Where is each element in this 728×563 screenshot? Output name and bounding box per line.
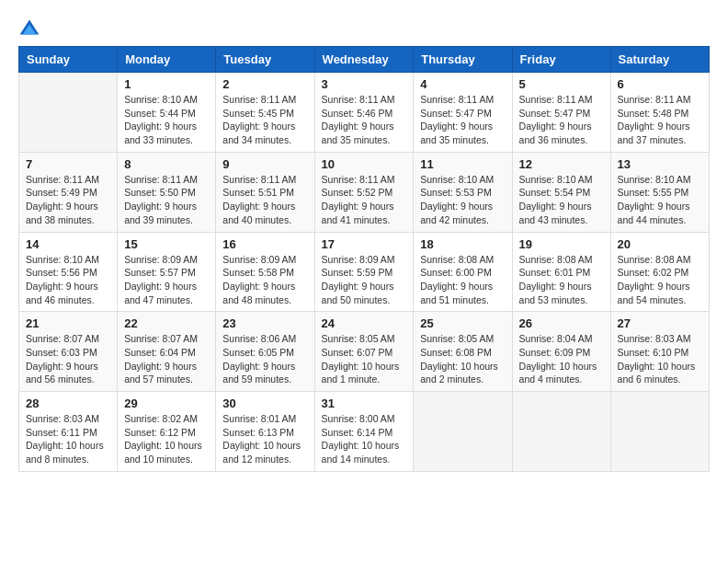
- day-info: Sunrise: 8:10 AMSunset: 5:56 PMDaylight:…: [26, 253, 110, 307]
- day-number: 18: [420, 237, 505, 251]
- calendar-cell: 6Sunrise: 8:11 AMSunset: 5:48 PMDaylight…: [610, 73, 709, 153]
- day-info: Sunrise: 8:08 AMSunset: 6:00 PMDaylight:…: [420, 253, 505, 307]
- day-number: 3: [322, 77, 407, 91]
- calendar-cell: 19Sunrise: 8:08 AMSunset: 6:01 PMDayligh…: [512, 232, 610, 312]
- calendar-cell: 7Sunrise: 8:11 AMSunset: 5:49 PMDaylight…: [19, 152, 118, 232]
- day-of-week-header: Wednesday: [314, 47, 414, 73]
- logo-icon: [18, 18, 40, 37]
- calendar-cell: 4Sunrise: 8:11 AMSunset: 5:47 PMDaylight…: [414, 73, 512, 153]
- calendar-cell: 12Sunrise: 8:10 AMSunset: 5:54 PMDayligh…: [512, 152, 610, 232]
- calendar-cell: 8Sunrise: 8:11 AMSunset: 5:50 PMDaylight…: [118, 152, 216, 232]
- day-number: 4: [420, 77, 505, 91]
- calendar-cell: 2Sunrise: 8:11 AMSunset: 5:45 PMDaylight…: [216, 73, 314, 153]
- day-number: 30: [222, 396, 307, 410]
- calendar-cell: 21Sunrise: 8:07 AMSunset: 6:03 PMDayligh…: [19, 312, 118, 392]
- day-info: Sunrise: 8:05 AMSunset: 6:07 PMDaylight:…: [322, 332, 407, 386]
- day-info: Sunrise: 8:11 AMSunset: 5:48 PMDaylight:…: [618, 93, 702, 147]
- day-info: Sunrise: 8:04 AMSunset: 6:09 PMDaylight:…: [519, 332, 604, 386]
- day-info: Sunrise: 8:11 AMSunset: 5:46 PMDaylight:…: [322, 93, 407, 147]
- day-info: Sunrise: 8:11 AMSunset: 5:45 PMDaylight:…: [222, 93, 307, 147]
- day-of-week-header: Saturday: [610, 47, 709, 73]
- day-info: Sunrise: 8:02 AMSunset: 6:12 PMDaylight:…: [124, 412, 209, 466]
- day-info: Sunrise: 8:11 AMSunset: 5:51 PMDaylight:…: [222, 173, 307, 227]
- day-info: Sunrise: 8:08 AMSunset: 6:01 PMDaylight:…: [519, 253, 604, 307]
- calendar-cell: 31Sunrise: 8:00 AMSunset: 6:14 PMDayligh…: [314, 392, 414, 472]
- calendar-cell: 11Sunrise: 8:10 AMSunset: 5:53 PMDayligh…: [414, 152, 512, 232]
- day-number: 1: [124, 77, 209, 91]
- day-number: 6: [618, 77, 702, 91]
- logo: [18, 18, 44, 37]
- day-number: 5: [519, 77, 604, 91]
- calendar-cell: 25Sunrise: 8:05 AMSunset: 6:08 PMDayligh…: [414, 312, 512, 392]
- calendar-week-row: 7Sunrise: 8:11 AMSunset: 5:49 PMDaylight…: [19, 152, 710, 232]
- day-info: Sunrise: 8:00 AMSunset: 6:14 PMDaylight:…: [322, 412, 407, 466]
- day-info: Sunrise: 8:08 AMSunset: 6:02 PMDaylight:…: [618, 253, 702, 307]
- day-of-week-header: Sunday: [19, 47, 118, 73]
- day-of-week-header: Tuesday: [216, 47, 314, 73]
- calendar-header-row: SundayMondayTuesdayWednesdayThursdayFrid…: [19, 47, 710, 73]
- day-info: Sunrise: 8:11 AMSunset: 5:49 PMDaylight:…: [26, 173, 110, 227]
- calendar-week-row: 1Sunrise: 8:10 AMSunset: 5:44 PMDaylight…: [19, 73, 710, 153]
- day-number: 20: [618, 237, 702, 251]
- calendar-cell: 26Sunrise: 8:04 AMSunset: 6:09 PMDayligh…: [512, 312, 610, 392]
- day-number: 2: [222, 77, 307, 91]
- day-info: Sunrise: 8:11 AMSunset: 5:50 PMDaylight:…: [124, 173, 209, 227]
- calendar-cell: 24Sunrise: 8:05 AMSunset: 6:07 PMDayligh…: [314, 312, 414, 392]
- day-info: Sunrise: 8:07 AMSunset: 6:03 PMDaylight:…: [26, 332, 110, 386]
- day-info: Sunrise: 8:05 AMSunset: 6:08 PMDaylight:…: [420, 332, 505, 386]
- calendar-week-row: 21Sunrise: 8:07 AMSunset: 6:03 PMDayligh…: [19, 312, 710, 392]
- calendar-cell: 17Sunrise: 8:09 AMSunset: 5:59 PMDayligh…: [314, 232, 414, 312]
- day-info: Sunrise: 8:11 AMSunset: 5:47 PMDaylight:…: [519, 93, 604, 147]
- day-number: 17: [322, 237, 407, 251]
- day-info: Sunrise: 8:10 AMSunset: 5:44 PMDaylight:…: [124, 93, 209, 147]
- day-info: Sunrise: 8:10 AMSunset: 5:55 PMDaylight:…: [618, 173, 702, 227]
- day-number: 12: [519, 157, 604, 171]
- day-info: Sunrise: 8:11 AMSunset: 5:52 PMDaylight:…: [322, 173, 407, 227]
- calendar-cell: 29Sunrise: 8:02 AMSunset: 6:12 PMDayligh…: [118, 392, 216, 472]
- calendar-cell: [512, 392, 610, 472]
- day-number: 16: [222, 237, 307, 251]
- day-of-week-header: Thursday: [414, 47, 512, 73]
- calendar-cell: 22Sunrise: 8:07 AMSunset: 6:04 PMDayligh…: [118, 312, 216, 392]
- calendar-cell: 9Sunrise: 8:11 AMSunset: 5:51 PMDaylight…: [216, 152, 314, 232]
- day-number: 15: [124, 237, 209, 251]
- calendar-cell: 13Sunrise: 8:10 AMSunset: 5:55 PMDayligh…: [610, 152, 709, 232]
- calendar-cell: 10Sunrise: 8:11 AMSunset: 5:52 PMDayligh…: [314, 152, 414, 232]
- page-header: [18, 18, 710, 37]
- calendar-body: 1Sunrise: 8:10 AMSunset: 5:44 PMDaylight…: [19, 73, 710, 472]
- day-info: Sunrise: 8:09 AMSunset: 5:58 PMDaylight:…: [222, 253, 307, 307]
- day-number: 25: [420, 316, 505, 330]
- day-of-week-header: Friday: [512, 47, 610, 73]
- calendar-cell: 3Sunrise: 8:11 AMSunset: 5:46 PMDaylight…: [314, 73, 414, 153]
- day-number: 14: [26, 237, 110, 251]
- calendar-week-row: 28Sunrise: 8:03 AMSunset: 6:11 PMDayligh…: [19, 392, 710, 472]
- day-number: 10: [322, 157, 407, 171]
- day-number: 26: [519, 316, 604, 330]
- calendar-cell: 16Sunrise: 8:09 AMSunset: 5:58 PMDayligh…: [216, 232, 314, 312]
- day-info: Sunrise: 8:06 AMSunset: 6:05 PMDaylight:…: [222, 332, 307, 386]
- day-info: Sunrise: 8:11 AMSunset: 5:47 PMDaylight:…: [420, 93, 505, 147]
- day-of-week-header: Monday: [118, 47, 216, 73]
- day-number: 27: [618, 316, 702, 330]
- calendar-cell: [19, 73, 118, 153]
- day-number: 23: [222, 316, 307, 330]
- day-number: 31: [322, 396, 407, 410]
- day-info: Sunrise: 8:10 AMSunset: 5:53 PMDaylight:…: [420, 173, 505, 227]
- day-number: 7: [26, 157, 110, 171]
- calendar-cell: 23Sunrise: 8:06 AMSunset: 6:05 PMDayligh…: [216, 312, 314, 392]
- day-info: Sunrise: 8:03 AMSunset: 6:10 PMDaylight:…: [618, 332, 702, 386]
- calendar-cell: 18Sunrise: 8:08 AMSunset: 6:00 PMDayligh…: [414, 232, 512, 312]
- day-info: Sunrise: 8:07 AMSunset: 6:04 PMDaylight:…: [124, 332, 209, 386]
- day-number: 8: [124, 157, 209, 171]
- day-info: Sunrise: 8:10 AMSunset: 5:54 PMDaylight:…: [519, 173, 604, 227]
- day-number: 22: [124, 316, 209, 330]
- day-number: 13: [618, 157, 702, 171]
- calendar-cell: 28Sunrise: 8:03 AMSunset: 6:11 PMDayligh…: [19, 392, 118, 472]
- calendar-cell: 15Sunrise: 8:09 AMSunset: 5:57 PMDayligh…: [118, 232, 216, 312]
- day-info: Sunrise: 8:09 AMSunset: 5:57 PMDaylight:…: [124, 253, 209, 307]
- calendar-cell: 1Sunrise: 8:10 AMSunset: 5:44 PMDaylight…: [118, 73, 216, 153]
- calendar-cell: 20Sunrise: 8:08 AMSunset: 6:02 PMDayligh…: [610, 232, 709, 312]
- day-info: Sunrise: 8:03 AMSunset: 6:11 PMDaylight:…: [26, 412, 110, 466]
- calendar-table: SundayMondayTuesdayWednesdayThursdayFrid…: [18, 46, 710, 472]
- day-info: Sunrise: 8:01 AMSunset: 6:13 PMDaylight:…: [222, 412, 307, 466]
